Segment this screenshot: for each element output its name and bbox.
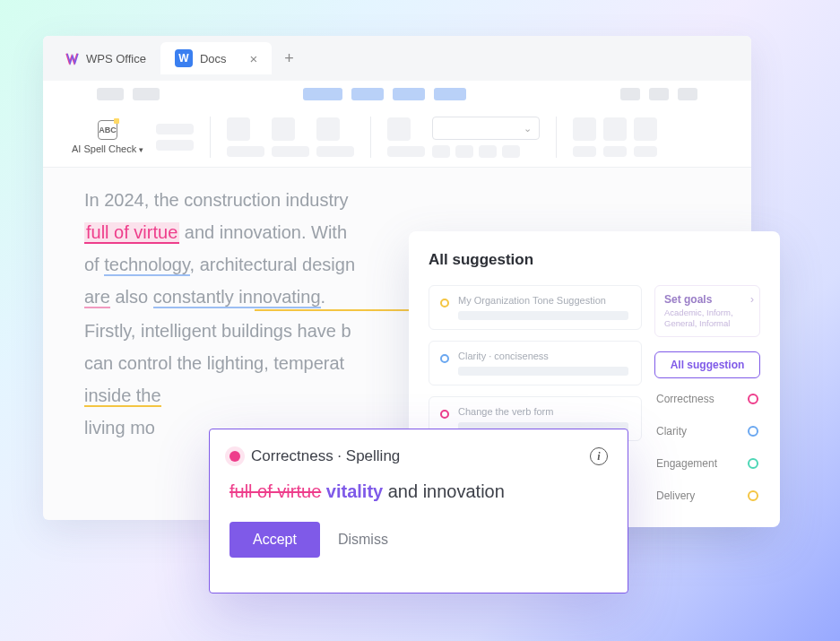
category-ring-icon [748,394,758,404]
suggestion-card[interactable]: My Organization Tone Suggestion [429,285,642,330]
tab-docs-label: Docs [200,52,227,65]
spellcheck-icon: ABC [98,120,117,140]
toolbar-placeholder [573,146,596,157]
correction-rest-text: and innovation [383,481,505,501]
goals-subtitle: Academic, Inform, General, Informal [664,308,750,329]
suggestion-dot-icon [440,299,449,308]
menu-placeholder [393,88,425,100]
ai-spell-check-button[interactable]: ABC AI Spell Check ▾ [66,117,149,158]
filter-engagement[interactable]: Engagement [654,452,760,475]
doc-underline-correctness[interactable]: are [84,287,110,308]
menu-placeholder [303,88,342,100]
close-tab-icon[interactable]: × [250,51,258,66]
tab-docs[interactable]: W Docs × [160,42,272,74]
panel-title: All suggestion [429,251,760,269]
toolbar-placeholder [479,145,497,158]
toolbar-placeholder [156,124,194,134]
toolbar-placeholder [603,117,627,141]
font-select[interactable]: ⌄ [432,117,540,140]
toolbar-placeholder [387,117,411,141]
toolbar-placeholder [634,117,657,141]
suggestion-label: My Organization Tone Suggestion [458,295,628,306]
menu-placeholder [434,88,466,100]
toolbar-placeholder [272,117,295,141]
suggestion-preview-bar [458,367,628,376]
toolbar-placeholder [634,146,657,157]
doc-text: . [321,287,326,307]
menu-placeholder [678,88,697,100]
filter-correctness[interactable]: Correctness [654,387,760,411]
chevron-right-icon: › [750,293,754,306]
menu-placeholder [620,88,640,100]
doc-underline-clarity[interactable]: technology [104,255,189,276]
suggestion-dot-icon [440,354,449,363]
suggestion-label: Change the verb form [458,406,628,417]
correction-sentence: full of virtue vitality and innovation [229,481,608,502]
menu-placeholder [133,88,160,100]
toolbar-placeholder [227,146,264,157]
suggestion-card[interactable]: Clarity · conciseness [429,341,642,385]
word-icon: W [175,49,193,67]
doc-highlight-error[interactable]: full of virtue [84,222,179,244]
tab-wps-office[interactable]: WPS Office [50,44,160,73]
filter-delivery[interactable]: Delivery [654,484,760,507]
correctness-dot-icon [229,451,240,462]
spellcheck-label: AI Spell Check ▾ [72,143,143,154]
toolbar-placeholder [316,117,340,141]
menu-placeholder [351,88,384,100]
toolbar: ABC AI Spell Check ▾ ⌄ [43,108,751,168]
suggestion-dot-icon [440,410,449,419]
doc-text: , architectural design [190,255,356,274]
dismiss-button[interactable]: Dismiss [338,532,388,548]
menu-bar [43,81,751,108]
wps-logo-icon [65,51,79,65]
toolbar-placeholder [272,146,309,157]
set-goals-button[interactable]: Set goals Academic, Inform, General, Inf… [654,285,760,337]
category-label: Engagement [656,457,717,470]
doc-underline-delivery[interactable]: inside the [84,385,161,407]
category-ring-icon [748,426,758,437]
suggestion-preview-bar [458,311,628,320]
category-label: Clarity [656,425,687,437]
toolbar-placeholder [156,140,194,151]
filter-clarity[interactable]: Clarity [654,420,760,443]
doc-text: In 2024, the construction industry [84,190,349,210]
doc-text: Firstly, intelligent buildings have b [84,321,351,341]
doc-text: can control the lighting, temperat [84,353,344,373]
accept-button[interactable]: Accept [229,522,320,558]
correction-type-label: Correctness · Spelling [251,447,400,465]
toolbar-placeholder [227,117,250,141]
doc-text: of [84,255,104,274]
info-icon[interactable]: i [590,447,608,465]
correction-card: Correctness · Spelling i full of virtue … [209,429,628,593]
toolbar-placeholder [316,146,354,157]
menu-placeholder [649,88,669,100]
suggestion-label: Clarity · conciseness [458,351,628,361]
toolbar-placeholder [455,145,473,158]
category-ring-icon [748,458,758,469]
correction-insert-text: vitality [326,481,383,501]
new-tab-button[interactable]: + [284,49,294,68]
toolbar-placeholder [432,145,450,158]
category-label: Correctness [656,393,714,405]
doc-underline-clarity[interactable]: constantly innovating [153,287,321,308]
category-label: Delivery [656,489,695,502]
menu-placeholder [97,88,124,100]
tab-bar: WPS Office W Docs × + [43,36,751,81]
doc-text: living mo [84,418,155,437]
toolbar-placeholder [573,117,596,141]
correction-strike-text: full of virtue [229,481,321,501]
goals-title: Set goals [664,293,750,306]
doc-text: and innovation. With [179,222,347,242]
toolbar-placeholder [502,145,520,158]
tab-wps-label: WPS Office [86,52,146,65]
doc-text: also [110,287,153,307]
toolbar-placeholder [387,146,425,157]
toolbar-placeholder [603,146,627,157]
filter-all-suggestion[interactable]: All suggestion [654,351,760,378]
category-ring-icon [748,490,758,501]
